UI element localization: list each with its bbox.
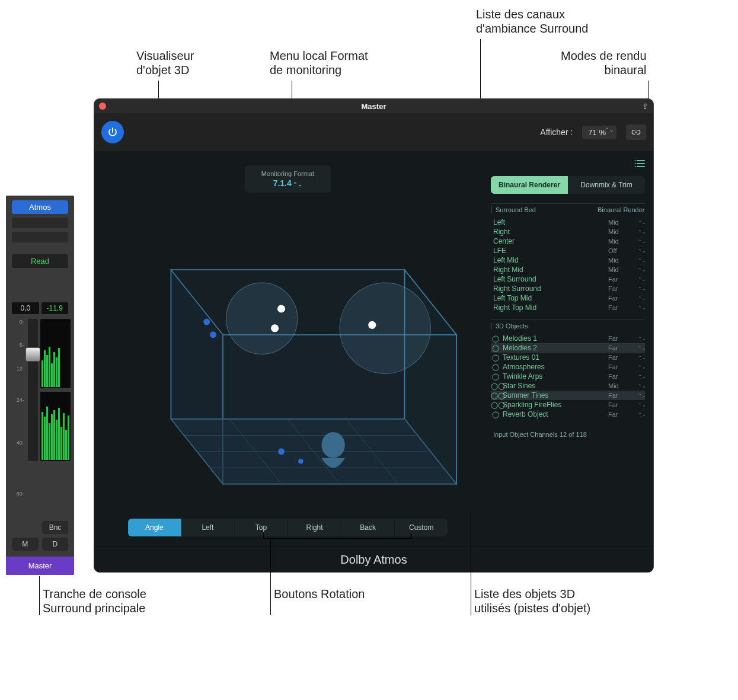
bed-channel-name: Left	[491, 218, 608, 226]
bed-row[interactable]: Left MidMid⌃⌄	[491, 255, 645, 265]
chevron-updown-icon: ⌃⌄	[638, 365, 645, 370]
object-name: Atmospheres	[500, 363, 608, 371]
bed-render-value[interactable]: Mid	[608, 219, 638, 226]
svg-point-16	[321, 432, 344, 458]
object-render-value[interactable]: Far	[608, 411, 638, 418]
object-row[interactable]: ◯Reverb ObjectFar⌃⌄	[491, 410, 645, 419]
link-icon	[631, 127, 641, 137]
bed-render-value[interactable]: Far	[608, 304, 638, 311]
object-row[interactable]: ◯Textures 01Far⌃⌄	[491, 353, 645, 362]
automation-mode-button[interactable]: Read	[12, 254, 68, 268]
object-row[interactable]: ◯Twinkle ArpsFar⌃⌄	[491, 372, 645, 381]
callout-objects-list: Liste des objets 3D utilisés (pistes d'o…	[474, 587, 590, 615]
object-render-value[interactable]: Far	[608, 335, 638, 342]
bed-render-value[interactable]: Far	[608, 276, 638, 283]
chevron-updown-icon: ⌃⌄	[638, 220, 645, 225]
3d-object-viewer[interactable]	[106, 216, 469, 512]
rotation-button-right[interactable]: Right	[288, 519, 341, 536]
bed-channel-name: Left Mid	[491, 256, 608, 264]
object-row[interactable]: ◯Melodies 2Far⌃⌄	[491, 343, 645, 353]
close-icon[interactable]	[99, 103, 106, 110]
svg-point-21	[368, 321, 376, 329]
chevron-updown-icon: ⌃⌄	[638, 296, 645, 301]
bed-row[interactable]: Left Top MidFar⌃⌄	[491, 293, 645, 303]
rotation-button-back[interactable]: Back	[341, 519, 395, 536]
3d-objects-header: 3D Objects	[491, 322, 598, 330]
monitoring-format-menu[interactable]: Monitoring Format 7.1.4	[245, 165, 331, 193]
chevron-updown-icon: ⌃⌄	[638, 412, 645, 417]
chevron-updown-icon: ⌃⌄	[638, 336, 645, 341]
object-row[interactable]: ◯◯Star SinesMid⌃⌄	[491, 381, 645, 391]
object-render-value[interactable]: Far	[608, 344, 638, 351]
bounce-button[interactable]: Bnc	[42, 521, 68, 534]
chevron-updown-icon: ⌃⌄	[638, 258, 645, 263]
object-render-value[interactable]: Far	[608, 392, 638, 399]
mute-button[interactable]: M	[12, 538, 39, 551]
svg-point-17	[226, 283, 298, 354]
zoom-select[interactable]: 71 %	[582, 126, 616, 139]
insert-slot[interactable]	[12, 232, 68, 242]
bed-render-value[interactable]: Mid	[608, 238, 638, 245]
bed-row[interactable]: Right Top MidFar⌃⌄	[491, 303, 645, 312]
bed-row[interactable]: CenterMid⌃⌄	[491, 236, 645, 246]
bed-row[interactable]: LFEOff⌃⌄	[491, 246, 645, 255]
level-readout: 0,0 -11,9	[12, 302, 68, 314]
object-render-value[interactable]: Mid	[608, 382, 638, 389]
power-button[interactable]	[101, 121, 124, 143]
track-name-label[interactable]: Master	[6, 557, 74, 575]
object-render-value[interactable]: Far	[608, 354, 638, 361]
insert-slot[interactable]	[12, 218, 68, 228]
rotation-button-left[interactable]: Left	[181, 519, 235, 536]
volume-fader[interactable]	[28, 319, 38, 461]
svg-point-18	[340, 283, 430, 373]
bed-channel-name: Center	[491, 237, 608, 245]
fader-scale: 0- 6- 12- 24- 40- 60-	[9, 319, 25, 514]
leader-line	[411, 533, 412, 538]
mono-icon: ◯	[491, 373, 500, 381]
bed-channel-name: Right Surround	[491, 285, 608, 293]
mode-tab-binaural-renderer[interactable]: Binaural Renderer	[491, 176, 568, 194]
bed-row[interactable]: Right SurroundFar⌃⌄	[491, 284, 645, 293]
object-row[interactable]: ◯Melodies 1Far⌃⌄	[491, 334, 645, 343]
dolby-atmos-plugin-window: Master ⇪ Afficher : 71 % Monitoring Form…	[94, 98, 654, 573]
object-render-value[interactable]: Far	[608, 373, 638, 380]
level-right: -11,9	[41, 302, 69, 314]
bed-render-value[interactable]: Mid	[608, 266, 638, 273]
bed-row[interactable]: RightMid⌃⌄	[491, 227, 645, 236]
bed-section-header: Surround Bed Binaural Render	[491, 203, 645, 216]
object-row[interactable]: ◯◯Summer TinesFar⌃⌄	[491, 391, 645, 400]
link-button[interactable]	[626, 124, 646, 140]
rotation-button-angle[interactable]: Angle	[128, 519, 181, 536]
bed-row[interactable]: Right MidMid⌃⌄	[491, 265, 645, 274]
bed-channel-name: Left Top Mid	[491, 294, 608, 302]
object-row[interactable]: ◯AtmospheresFar⌃⌄	[491, 362, 645, 372]
mono-icon: ◯	[491, 344, 500, 352]
bed-row[interactable]: LeftMid⌃⌄	[491, 218, 645, 227]
object-name: Twinkle Arps	[500, 372, 608, 381]
master-channel-strip: Atmos Read 0,0 -11,9 0- 6- 12- 24- 40- 6…	[6, 196, 74, 575]
rotation-button-custom[interactable]: Custom	[395, 519, 448, 536]
solo-button[interactable]: D	[42, 538, 69, 551]
svg-point-31	[635, 166, 636, 167]
object-name: Reverb Object	[500, 410, 608, 418]
bed-channel-name: Right	[491, 228, 608, 236]
list-view-icon[interactable]	[634, 159, 645, 170]
share-icon[interactable]: ⇪	[642, 102, 648, 111]
power-icon	[107, 127, 118, 138]
bed-channel-name: Right Mid	[491, 266, 608, 274]
rotation-button-top[interactable]: Top	[235, 519, 288, 536]
bed-render-value[interactable]: Mid	[608, 257, 638, 264]
leader-line	[263, 533, 264, 538]
bed-render-value[interactable]: Off	[608, 247, 638, 254]
mode-tab-downmix-trim[interactable]: Downmix & Trim	[568, 176, 645, 194]
object-row[interactable]: ◯◯Sparkling FireFliesFar⌃⌄	[491, 400, 645, 410]
atmos-button[interactable]: Atmos	[12, 200, 68, 214]
bed-render-value[interactable]: Far	[608, 295, 638, 302]
object-render-value[interactable]: Far	[608, 401, 638, 408]
bed-row[interactable]: Left SurroundFar⌃⌄	[491, 274, 645, 284]
bed-render-value[interactable]: Far	[608, 285, 638, 292]
chevron-updown-icon: ⌃⌄	[638, 267, 645, 273]
bed-render-value[interactable]: Mid	[608, 228, 638, 235]
svg-point-22	[203, 318, 210, 325]
object-render-value[interactable]: Far	[608, 363, 638, 370]
